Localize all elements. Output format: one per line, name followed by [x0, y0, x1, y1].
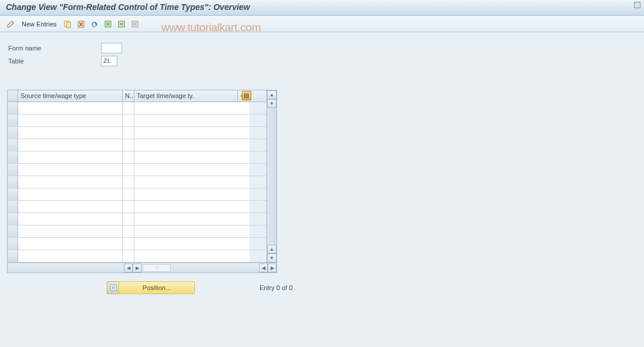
- deselect-all-icon[interactable]: [129, 18, 141, 30]
- cell[interactable]: [134, 201, 249, 213]
- cell[interactable]: [18, 188, 123, 200]
- change-edit-icon[interactable]: [5, 18, 16, 30]
- svg-rect-5: [120, 23, 123, 25]
- row-selector[interactable]: [8, 176, 18, 188]
- cell[interactable]: [18, 139, 123, 151]
- position-button[interactable]: Position...: [107, 281, 195, 294]
- horizontal-scrollbar[interactable]: ◀ ▶ ∷ ◀ ▶: [8, 262, 277, 272]
- cell[interactable]: [123, 114, 134, 126]
- cell[interactable]: [134, 188, 249, 200]
- column-header-sign[interactable]: +/: [238, 90, 252, 102]
- cell[interactable]: [123, 151, 134, 163]
- data-table: Source time/wage type N.. Target time/wa…: [7, 90, 277, 273]
- cell[interactable]: [134, 225, 249, 237]
- cell[interactable]: [18, 201, 123, 213]
- delete-icon[interactable]: [75, 18, 87, 30]
- row-selector[interactable]: [8, 151, 18, 163]
- vertical-scrollbar[interactable]: ▲ ▼ ▲ ▼: [267, 90, 277, 262]
- scroll-left-icon[interactable]: ◀: [124, 264, 133, 272]
- scroll-down-icon[interactable]: ▼: [267, 254, 277, 262]
- row-selector[interactable]: [8, 225, 18, 237]
- undo-icon[interactable]: [89, 18, 100, 30]
- cell[interactable]: [134, 176, 249, 188]
- cell[interactable]: [123, 102, 134, 114]
- table-label: Table: [7, 58, 101, 65]
- row-selector[interactable]: [8, 188, 18, 200]
- form-name-field[interactable]: [101, 43, 122, 53]
- cell[interactable]: [18, 250, 123, 262]
- cell[interactable]: [123, 127, 134, 139]
- cell[interactable]: [134, 139, 249, 151]
- toolbar: New Entries: [0, 16, 644, 32]
- table-config-icon[interactable]: [242, 91, 251, 100]
- cell[interactable]: [18, 238, 123, 250]
- column-header-n[interactable]: N..: [123, 90, 134, 102]
- select-all-icon[interactable]: [102, 18, 114, 30]
- scroll-down-icon[interactable]: ▼: [267, 99, 277, 108]
- cell[interactable]: [123, 164, 134, 176]
- column-header-target[interactable]: Target time/wage ty.: [134, 90, 238, 102]
- column-header-source[interactable]: Source time/wage type: [18, 90, 123, 102]
- row-selector[interactable]: [8, 213, 18, 225]
- select-block-icon[interactable]: [116, 18, 127, 30]
- row-selector[interactable]: [8, 238, 18, 250]
- scroll-thumb[interactable]: ∷: [143, 264, 171, 272]
- cell[interactable]: [134, 213, 249, 225]
- cell[interactable]: [18, 127, 123, 139]
- cell[interactable]: [134, 164, 249, 176]
- cell[interactable]: [18, 176, 123, 188]
- cell[interactable]: [123, 201, 134, 213]
- cell[interactable]: [18, 213, 123, 225]
- svg-rect-1: [66, 22, 70, 28]
- cell[interactable]: [134, 114, 249, 126]
- row-selector[interactable]: [8, 164, 18, 176]
- row-selector[interactable]: [8, 201, 18, 213]
- row-selector[interactable]: [8, 127, 18, 139]
- scroll-up-icon[interactable]: ▲: [267, 90, 277, 99]
- cell[interactable]: [134, 238, 249, 250]
- row-selector[interactable]: [8, 250, 18, 262]
- cell[interactable]: [18, 114, 123, 126]
- cell[interactable]: [123, 188, 134, 200]
- scroll-right-icon[interactable]: ▶: [133, 264, 141, 272]
- entry-count: Entry 0 of 0: [259, 284, 292, 291]
- cell[interactable]: [123, 213, 134, 225]
- cell[interactable]: [18, 102, 123, 114]
- page-title: Change View "Form-Related Control of Tim…: [0, 0, 644, 16]
- position-label: Position...: [119, 281, 195, 294]
- form-name-label: Form name: [7, 45, 101, 52]
- cell[interactable]: [18, 151, 123, 163]
- cell[interactable]: [123, 139, 134, 151]
- new-entries-button[interactable]: New Entries: [18, 19, 60, 29]
- scroll-up-icon[interactable]: ▲: [267, 245, 277, 254]
- row-selector[interactable]: [8, 102, 18, 114]
- cell[interactable]: [123, 225, 134, 237]
- cell[interactable]: [134, 102, 249, 114]
- row-selector[interactable]: [8, 114, 18, 126]
- cell[interactable]: [123, 250, 134, 262]
- scroll-right-icon[interactable]: ▶: [268, 264, 277, 272]
- cell[interactable]: [18, 225, 123, 237]
- cell[interactable]: [123, 238, 134, 250]
- cell[interactable]: [134, 127, 249, 139]
- position-icon: [107, 281, 119, 294]
- cell[interactable]: [18, 164, 123, 176]
- cell[interactable]: [134, 151, 249, 163]
- row-selector-header[interactable]: [8, 90, 18, 102]
- copy-icon[interactable]: [62, 18, 73, 30]
- scroll-left-icon[interactable]: ◀: [259, 264, 268, 272]
- row-selector[interactable]: [8, 139, 18, 151]
- cell[interactable]: [134, 250, 249, 262]
- table-field[interactable]: [101, 56, 117, 66]
- cell[interactable]: [123, 176, 134, 188]
